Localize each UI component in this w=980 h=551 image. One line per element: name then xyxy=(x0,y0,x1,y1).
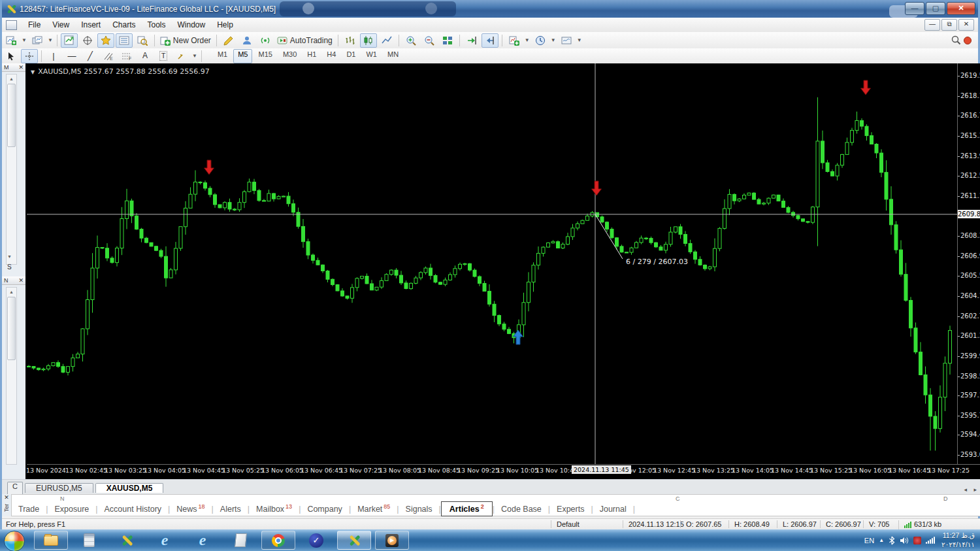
taskbar-media-player-button[interactable]: ▶ xyxy=(375,531,409,550)
tab-scroll-arrows[interactable]: ◂ ▸ xyxy=(964,486,979,493)
market-watch-button[interactable] xyxy=(61,33,78,48)
close-button[interactable]: ✕ xyxy=(947,2,975,15)
timeframe-w1-button[interactable]: W1 xyxy=(361,49,382,63)
metaeditor-button[interactable] xyxy=(220,33,237,48)
terminal-tab-company[interactable]: Company xyxy=(301,503,349,515)
new-chart-button[interactable] xyxy=(3,33,20,48)
collapse-triangle-icon[interactable]: ▼ xyxy=(31,69,35,75)
start-button[interactable] xyxy=(4,531,25,551)
periods-caret[interactable]: ▼ xyxy=(551,37,556,43)
notification-badge[interactable] xyxy=(964,37,972,44)
time-axis[interactable]: 13 Nov 202413 Nov 02:4513 Nov 03:2513 No… xyxy=(27,464,980,476)
text-tool[interactable]: A xyxy=(137,49,154,63)
terminal-tab-articles[interactable]: Articles2 xyxy=(441,501,493,516)
terminal-tab-mailbox[interactable]: Mailbox13 xyxy=(250,502,299,515)
scrollbar-thumb[interactable] xyxy=(7,297,16,360)
menu-tools[interactable]: Tools xyxy=(142,18,172,31)
menu-charts[interactable]: Charts xyxy=(106,18,141,31)
terminal-tab-signals[interactable]: Signals xyxy=(399,503,439,515)
candlestick-chart-button[interactable] xyxy=(360,33,377,48)
chart-canvas[interactable]: 6 / 279 / 2607.03 ▼XAUUSD,M5 2557.67 255… xyxy=(25,63,980,479)
navigator-button[interactable] xyxy=(97,33,114,48)
timeframe-m30-button[interactable]: M30 xyxy=(278,49,301,63)
volume-icon[interactable] xyxy=(900,537,909,544)
taskbar-blue-app-button[interactable]: ✓ xyxy=(299,531,333,550)
new-order-button[interactable]: New Order xyxy=(158,33,213,48)
chart-tab-eurusd-m5[interactable]: EURUSD,M5 xyxy=(25,483,93,493)
taskbar-chrome-button[interactable] xyxy=(261,531,295,550)
search-icon[interactable] xyxy=(951,35,961,45)
indicators-caret[interactable]: ▼ xyxy=(525,37,530,43)
terminal-tab-alerts[interactable]: Alerts xyxy=(214,503,248,515)
menu-help[interactable]: Help xyxy=(211,18,239,31)
tile-windows-button[interactable] xyxy=(439,33,456,48)
status-profile[interactable]: Default xyxy=(551,520,580,528)
equidistant-channel-tool[interactable]: E xyxy=(100,49,117,63)
terminal-close-icon[interactable]: ✕ xyxy=(2,494,11,501)
market-watch-scrollbar[interactable]: ▲ xyxy=(6,74,17,265)
maximize-button[interactable]: ▢ xyxy=(926,2,945,15)
bluetooth-icon[interactable] xyxy=(889,536,895,545)
terminal-tab-code-base[interactable]: Code Base xyxy=(495,503,548,515)
timeframe-mn-button[interactable]: MN xyxy=(383,49,403,63)
child-minimize-button[interactable]: — xyxy=(924,19,940,31)
chart-tab-clipped[interactable]: C xyxy=(7,482,23,495)
taskbar-explorer-button[interactable] xyxy=(34,531,68,550)
timeframe-m15-button[interactable]: M15 xyxy=(253,49,276,63)
templates-caret[interactable]: ▼ xyxy=(577,37,582,43)
scroll-up-icon[interactable]: ▲ xyxy=(7,75,16,83)
terminal-button[interactable] xyxy=(116,33,133,48)
arrows-tool[interactable] xyxy=(173,49,190,63)
child-restore-button[interactable]: ⧉ xyxy=(941,19,957,31)
data-window-button[interactable] xyxy=(79,33,96,48)
taskbar-litefinance-mt4-button[interactable] xyxy=(110,531,144,550)
taskbar-internet-explorer-2-button[interactable]: e xyxy=(186,531,220,550)
menu-insert[interactable]: Insert xyxy=(75,18,106,31)
autotrading-button[interactable]: AutoTrading xyxy=(275,33,335,48)
community-button[interactable] xyxy=(238,33,255,48)
terminal-tab-trade[interactable]: Trade xyxy=(12,503,46,515)
zoom-in-button[interactable] xyxy=(402,33,419,48)
trendline-tool[interactable]: ╱ xyxy=(82,49,99,63)
vertical-line-tool[interactable]: | xyxy=(45,49,62,63)
cursor-tool-button[interactable] xyxy=(3,49,20,63)
menu-file[interactable]: File xyxy=(22,18,46,31)
language-indicator[interactable]: EN xyxy=(864,537,874,544)
text-label-tool[interactable]: T xyxy=(155,49,172,63)
indicators-button[interactable] xyxy=(506,33,523,48)
navigator-scrollbar[interactable]: ▲ xyxy=(6,287,17,465)
tray-expand-icon[interactable]: ▲ xyxy=(879,537,884,543)
arrows-tool-caret[interactable]: ▼ xyxy=(192,53,197,59)
terminal-tab-market[interactable]: Market85 xyxy=(351,502,397,515)
taskbar-calculator-button[interactable] xyxy=(72,531,106,550)
timeframe-m5-button[interactable]: M5 xyxy=(233,49,252,63)
terminal-tab-account-history[interactable]: Account History xyxy=(98,503,169,515)
child-close-button[interactable]: ✕ xyxy=(958,19,974,31)
templates-button[interactable] xyxy=(558,33,575,48)
chart-tab-xauusd-m5[interactable]: XAUUSD,M5 xyxy=(95,483,164,493)
periods-button[interactable] xyxy=(532,33,549,48)
terminal-tab-exposure[interactable]: Exposure xyxy=(48,503,95,515)
price-axis[interactable]: 2619.502618.102616.702615.302613.902612.… xyxy=(957,63,980,464)
strategy-tester-button[interactable] xyxy=(134,33,151,48)
horizontal-line-tool[interactable]: — xyxy=(63,49,80,63)
title-bar[interactable]: 128457: LiteFinanceVC-Live-09 - LiteFina… xyxy=(2,0,978,18)
taskbar-litefinance-mt4-active-button[interactable] xyxy=(337,531,371,550)
menu-window[interactable]: Window xyxy=(172,18,212,31)
timeframe-h4-button[interactable]: H4 xyxy=(322,49,340,63)
auto-scroll-button[interactable] xyxy=(463,33,480,48)
tray-clock[interactable]: ق.ظ 11:27 ۲۰۲۴/۱۴/۱۱ xyxy=(941,531,975,548)
antivirus-icon[interactable] xyxy=(913,537,921,544)
scroll-up-icon[interactable]: ▲ xyxy=(7,288,16,296)
new-chart-caret[interactable]: ▼ xyxy=(22,37,27,43)
taskbar-internet-explorer-button[interactable]: e xyxy=(148,531,182,550)
navigator-close-icon[interactable]: ✕ xyxy=(18,277,24,284)
minimize-button[interactable]: — xyxy=(905,2,924,15)
taskbar-notes-button[interactable] xyxy=(223,531,257,550)
scrollbar-thumb[interactable] xyxy=(7,84,16,147)
scroll-down-icon[interactable]: ▼ xyxy=(7,254,12,259)
chart-shift-button[interactable] xyxy=(482,33,498,48)
menu-view[interactable]: View xyxy=(46,18,75,31)
market-watch-close-icon[interactable]: ✕ xyxy=(18,64,24,71)
bar-chart-button[interactable] xyxy=(342,33,359,48)
